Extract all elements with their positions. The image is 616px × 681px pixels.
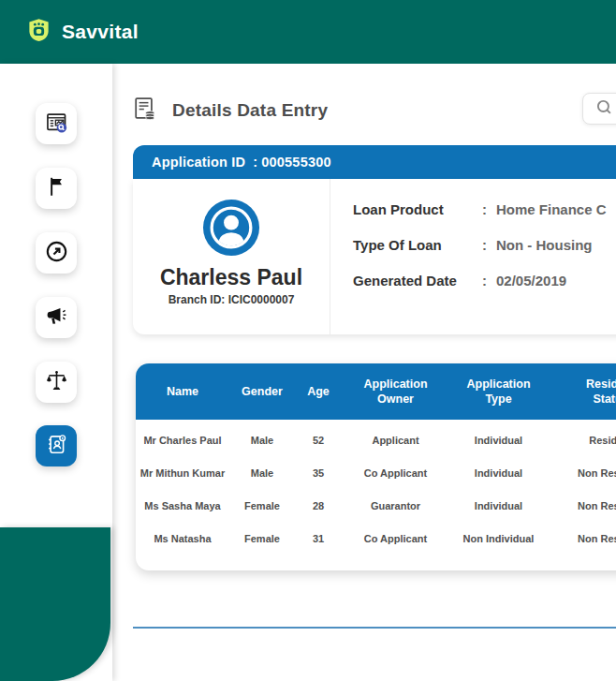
- loan-detail-row: Generated Date : 02/05/2019: [353, 273, 616, 289]
- table-row[interactable]: Mr Mithun Kumar Male 35 Co Applicant Ind…: [136, 456, 616, 489]
- loan-details-panel: Loan Product : Home Finance C Type Of Lo…: [330, 179, 616, 334]
- column-header-resident-status: Resident Status: [548, 377, 616, 407]
- column-header-application-owner: Application Owner: [342, 377, 449, 407]
- cell-name: Mr Charles Paul: [136, 435, 229, 446]
- scales-icon: [44, 368, 69, 397]
- document-data-icon: [131, 95, 159, 126]
- colon: :: [482, 237, 487, 253]
- table-body: Mr Charles Paul Male 52 Applicant Indivi…: [136, 420, 616, 555]
- brand-name: Savvital: [62, 21, 139, 43]
- search-icon: [596, 99, 612, 119]
- arrow-up-right-circle-icon: [44, 239, 69, 268]
- table-row[interactable]: Ms Natasha Female 31 Co Applicant Non In…: [136, 522, 616, 555]
- cell-gender: Male: [229, 467, 295, 479]
- cell-gender: Female: [229, 533, 295, 544]
- cell-name: Ms Sasha Maya: [136, 500, 229, 511]
- cell-application-type: Non Individual: [449, 533, 548, 544]
- sidebar-item-reports[interactable]: [36, 103, 77, 144]
- loan-detail-row: Type Of Loan : Non - Housing: [353, 237, 616, 253]
- column-header-name: Name: [136, 384, 229, 399]
- sidebar-item-contacts[interactable]: [36, 425, 77, 466]
- profile-panel: Charless Paul Branch ID: ICIC0000007: [133, 179, 330, 334]
- cell-application-owner: Co Applicant: [342, 467, 449, 479]
- main-content: Details Data Entry Application ID : 0005…: [112, 64, 616, 681]
- colon: :: [482, 201, 487, 217]
- column-header-application-type: Application Type: [449, 377, 548, 407]
- sidebar-item-flags[interactable]: [36, 168, 77, 209]
- cell-application-type: Individual: [449, 435, 548, 446]
- cell-resident-status: Resident: [548, 435, 616, 446]
- type-of-loan-label: Type Of Loan: [353, 237, 482, 253]
- contacts-book-icon: [44, 432, 68, 460]
- cell-name: Mr Mithun Kumar: [136, 467, 229, 479]
- sidebar: [0, 64, 112, 681]
- table-row[interactable]: Mr Charles Paul Male 52 Applicant Indivi…: [136, 423, 616, 456]
- flag-icon: [44, 174, 68, 202]
- report-search-icon: [44, 110, 69, 139]
- generated-date-value: 02/05/2019: [496, 273, 566, 289]
- cell-application-owner: Guarantor: [342, 500, 449, 511]
- cell-name: Ms Natasha: [136, 533, 229, 544]
- column-header-age: Age: [295, 384, 342, 399]
- cell-application-owner: Co Applicant: [342, 533, 449, 544]
- application-id-label: Application ID: [152, 155, 245, 170]
- cell-application-type: Individual: [449, 500, 548, 511]
- sidebar-item-navigate[interactable]: [36, 232, 77, 274]
- application-id-banner: Application ID : 000555300: [133, 145, 616, 179]
- cell-age: 28: [295, 500, 342, 511]
- cell-gender: Female: [229, 500, 295, 511]
- generated-date-label: Generated Date: [353, 273, 482, 289]
- branch-id: Branch ID: ICIC0000007: [169, 293, 295, 306]
- loan-product-label: Loan Product: [353, 201, 482, 217]
- page-title: Details Data Entry: [172, 100, 328, 121]
- megaphone-icon: [44, 303, 69, 333]
- cell-application-owner: Applicant: [342, 435, 449, 446]
- application-id-value: 000555300: [261, 155, 330, 170]
- sidebar-footer-panel: [0, 527, 110, 681]
- applicant-name: Charless Paul: [160, 265, 302, 290]
- cell-resident-status: Non Resident: [548, 533, 616, 544]
- sidebar-item-legal[interactable]: [36, 362, 77, 403]
- table-header-row: Name Gender Age Application Owner Applic…: [136, 363, 616, 420]
- loan-detail-row: Loan Product : Home Finance C: [353, 201, 616, 217]
- page-header: Details Data Entry: [131, 95, 328, 126]
- search-button[interactable]: [582, 93, 616, 125]
- colon: :: [482, 273, 487, 289]
- cell-age: 35: [295, 467, 342, 479]
- cell-gender: Male: [229, 435, 295, 446]
- applicant-summary-card: Charless Paul Branch ID: ICIC0000007 Loa…: [133, 179, 616, 334]
- cell-application-type: Individual: [449, 467, 548, 479]
- cell-age: 52: [295, 435, 342, 446]
- section-divider: [133, 627, 616, 629]
- applicants-table: Name Gender Age Application Owner Applic…: [136, 363, 616, 570]
- cell-age: 31: [295, 533, 342, 544]
- cell-resident-status: Non Resident: [548, 500, 616, 511]
- sidebar-item-announcements[interactable]: [36, 297, 77, 338]
- savvital-logo-icon: [26, 17, 51, 47]
- type-of-loan-value: Non - Housing: [496, 237, 592, 253]
- loan-product-value: Home Finance C: [496, 201, 607, 217]
- column-header-gender: Gender: [229, 384, 295, 399]
- application-id-separator: :: [253, 155, 257, 170]
- cell-resident-status: Non Resident: [548, 467, 616, 479]
- top-bar: Savvital: [0, 0, 616, 64]
- table-row[interactable]: Ms Sasha Maya Female 28 Guarantor Indivi…: [136, 489, 616, 522]
- person-circle-avatar: [202, 199, 260, 260]
